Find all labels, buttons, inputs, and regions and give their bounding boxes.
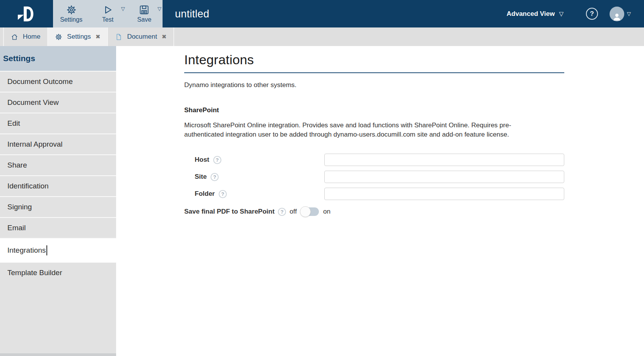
sidebar-horizontal-scrollbar[interactable] (0, 353, 116, 356)
tab-settings-label: Settings (67, 33, 91, 41)
document-title: untitled (175, 8, 209, 20)
settings-sidebar: Settings Document Outcome Document View … (0, 46, 116, 356)
app-window: Settings Test ▽ Save ▽ untitled Advanced… (0, 0, 644, 356)
toggle-on-label: on (323, 208, 331, 216)
avatar (610, 7, 624, 21)
folder-help-icon[interactable]: ? (219, 190, 227, 198)
save-icon (139, 5, 149, 15)
sidebar-item-template-builder[interactable]: Template Builder (0, 262, 116, 283)
view-mode-label: Advanced View (507, 10, 555, 18)
main-content: Integrations Dynamo integrations to othe… (116, 46, 644, 356)
settings-button[interactable]: Settings (53, 0, 89, 27)
top-navbar: Settings Test ▽ Save ▽ untitled Advanced… (0, 0, 644, 27)
sidebar-item-email[interactable]: Email (0, 217, 116, 238)
app-logo (0, 0, 53, 27)
settings-button-label: Settings (60, 16, 82, 23)
navbar-right-cluster: Advanced View ▽ ? ▽ (507, 0, 631, 27)
user-menu[interactable]: ▽ (610, 7, 631, 21)
tab-bar: Home Settings ✖ Document ✖ (0, 27, 644, 46)
save-final-pdf-help-icon[interactable]: ? (278, 208, 286, 216)
tab-document-close-icon[interactable]: ✖ (162, 33, 167, 40)
chevron-down-icon: ▽ (559, 10, 564, 17)
sidebar-item-signing[interactable]: Signing (0, 196, 116, 217)
save-final-pdf-group: Save final PDF to SharePoint ? off on (184, 207, 331, 216)
user-icon (612, 12, 622, 21)
site-label-group: Site ? (184, 173, 324, 181)
tab-settings-close-icon[interactable]: ✖ (96, 33, 101, 40)
site-input[interactable] (324, 171, 564, 183)
user-menu-chevron-down-icon: ▽ (627, 11, 631, 17)
sidebar-item-internal-approval[interactable]: Internal Approval (0, 134, 116, 154)
tab-document-label: Document (127, 33, 157, 41)
host-label-group: Host ? (184, 156, 324, 164)
sidebar-item-edit[interactable]: Edit (0, 113, 116, 134)
test-button-label: Test (102, 16, 113, 23)
host-row: Host ? (184, 151, 644, 168)
tab-settings[interactable]: Settings ✖ (47, 27, 107, 46)
toggle-off-label: off (289, 208, 297, 216)
toggle-knob (300, 206, 311, 217)
site-help-icon[interactable]: ? (211, 173, 219, 181)
sidebar-item-document-outcome[interactable]: Document Outcome (0, 71, 116, 92)
sidebar-item-identification[interactable]: Identification (0, 175, 116, 196)
document-icon (115, 33, 122, 41)
folder-row: Folder ? (184, 185, 644, 202)
host-input[interactable] (324, 154, 564, 166)
home-icon (11, 33, 18, 41)
tab-home-label: Home (23, 33, 40, 41)
sidebar-item-document-view[interactable]: Document View (0, 92, 116, 113)
site-label: Site (195, 173, 207, 181)
sidebar-item-share[interactable]: Share (0, 154, 116, 175)
dynamo-logo-icon (15, 5, 39, 23)
page-subtitle: Dynamo integrations to other systems. (184, 81, 644, 89)
folder-input[interactable] (324, 188, 564, 200)
folder-label: Folder (195, 190, 215, 198)
play-icon (103, 5, 113, 15)
view-mode-selector[interactable]: Advanced View ▽ (507, 10, 564, 18)
sidebar-item-integrations[interactable]: Integrations (0, 238, 116, 262)
tab-document[interactable]: Document ✖ (107, 27, 174, 46)
sharepoint-section-description: Microsoft SharePoint Online integration.… (184, 121, 534, 139)
test-dropdown-icon[interactable]: ▽ (121, 6, 125, 12)
site-row: Site ? (184, 168, 644, 185)
sidebar-item-integrations-label: Integrations (7, 246, 46, 255)
text-cursor (46, 245, 47, 255)
gear-icon (66, 5, 77, 15)
help-button[interactable]: ? (586, 8, 598, 20)
save-final-pdf-label: Save final PDF to SharePoint (184, 208, 274, 216)
host-label: Host (195, 156, 209, 164)
save-button[interactable]: Save ▽ (126, 0, 163, 27)
page-title: Integrations (184, 52, 564, 73)
sharepoint-section-title: SharePoint (184, 106, 644, 114)
help-icon: ? (590, 10, 594, 18)
save-button-label: Save (137, 16, 151, 23)
save-final-pdf-row: Save final PDF to SharePoint ? off on (184, 203, 644, 220)
tab-home[interactable]: Home (3, 27, 47, 46)
toolbar: Settings Test ▽ Save ▽ (53, 0, 163, 27)
folder-label-group: Folder ? (184, 190, 324, 198)
test-button[interactable]: Test ▽ (89, 0, 126, 27)
host-help-icon[interactable]: ? (213, 156, 221, 164)
sidebar-header: Settings (0, 46, 116, 71)
gear-icon (55, 33, 62, 41)
sharepoint-form: Host ? Site ? Folder ? (184, 151, 644, 220)
save-dropdown-icon[interactable]: ▽ (158, 6, 161, 12)
save-final-pdf-toggle[interactable] (301, 207, 319, 216)
